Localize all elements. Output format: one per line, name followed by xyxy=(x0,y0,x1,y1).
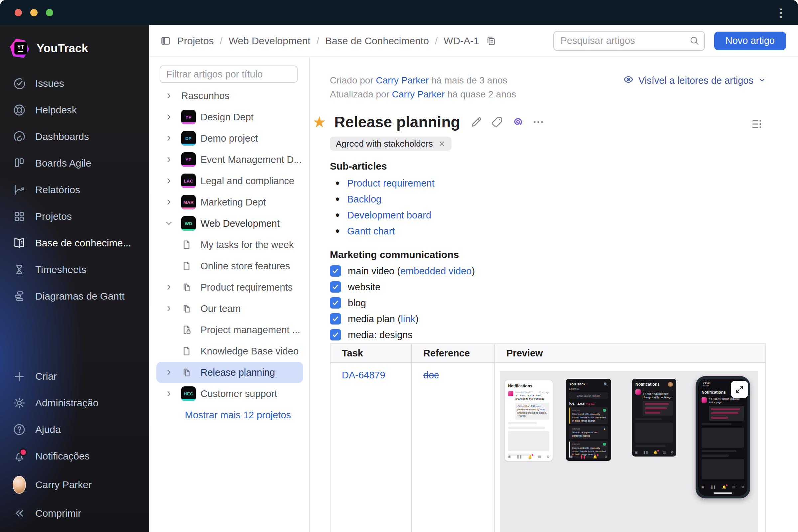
author-link[interactable]: Carry Parker xyxy=(392,89,445,99)
search-icon[interactable] xyxy=(689,35,700,47)
brand: YT YouTrack xyxy=(0,25,149,59)
checkbox-checked[interactable] xyxy=(330,281,341,292)
chevron-down-icon[interactable] xyxy=(165,219,181,228)
tree-item-project-management[interactable]: Project management ... xyxy=(156,319,303,341)
favorite-star-icon[interactable]: ★ xyxy=(312,114,326,130)
tree-item-marketing-dept[interactable]: MAR Marketing Dept xyxy=(156,191,303,213)
column-header-preview: Preview xyxy=(495,344,765,362)
more-actions-icon[interactable] xyxy=(532,116,545,128)
chevron-right-icon[interactable] xyxy=(165,283,181,291)
expand-preview-button[interactable] xyxy=(731,381,748,398)
tree-item-demo-project[interactable]: DP Demo project xyxy=(156,128,303,149)
chevron-right-icon[interactable] xyxy=(165,390,181,398)
subarticle-link[interactable]: Product requirement xyxy=(347,178,435,189)
tree-item-event-management[interactable]: YP Event Management D... xyxy=(156,149,303,170)
table-of-contents-icon[interactable] xyxy=(751,118,763,132)
sidebar-item-reports[interactable]: Relatórios xyxy=(0,176,149,203)
tree-item-online-store[interactable]: Online store features xyxy=(156,255,303,277)
breadcrumb-knowledge-base[interactable]: Base de Conhecimento xyxy=(325,35,429,46)
chevron-right-icon[interactable] xyxy=(165,134,181,142)
user-menu[interactable]: Carry Parker xyxy=(0,470,149,500)
new-article-button[interactable]: Novo artigo xyxy=(714,32,786,50)
sidebar-footer: Criar Administração Ajuda Notificações xyxy=(0,363,149,532)
tree-item-customer-support[interactable]: HEC Customer support xyxy=(156,383,303,404)
project-avatar: YP xyxy=(181,110,201,125)
sidebar-item-timesheets[interactable]: Timesheets xyxy=(0,256,149,283)
checkbox-checked[interactable] xyxy=(330,313,341,324)
sidebar-item-help[interactable]: Ajuda xyxy=(0,416,149,443)
edit-pencil-icon[interactable] xyxy=(470,116,483,128)
window-titlebar: ⋮ xyxy=(0,0,798,25)
subarticle-link[interactable]: Development board xyxy=(347,210,431,221)
reference-link[interactable]: doc xyxy=(423,370,439,380)
tree-item-kb-video[interactable]: Knowledge Base video xyxy=(156,341,303,362)
gauge-icon xyxy=(13,130,26,143)
copy-id-icon[interactable] xyxy=(485,35,496,46)
preview-attachment-image[interactable]: Notifications Hana Krippendorf10 min ago… xyxy=(500,371,758,532)
tree-item-release-planning[interactable]: Release planning xyxy=(156,362,303,383)
sidebar-item-gantt[interactable]: Diagramas de Gantt xyxy=(0,283,149,309)
checkbox-checked[interactable] xyxy=(330,329,341,341)
sidebar-item-dashboards[interactable]: Dashboards xyxy=(0,124,149,150)
article-view: Criado por Carry Parker há mais de 3 ano… xyxy=(310,57,798,532)
subarticle-link[interactable]: Gantt chart xyxy=(347,226,395,237)
project-avatar: HEC xyxy=(181,386,201,401)
ai-assistant-icon[interactable] xyxy=(511,116,524,128)
chevron-right-icon[interactable] xyxy=(165,198,181,207)
tree-item-product-requirements[interactable]: Product requirements xyxy=(156,277,303,298)
subarticle-link[interactable]: Backlog xyxy=(347,194,381,205)
minimize-button[interactable] xyxy=(30,9,38,16)
lifebuoy-icon xyxy=(13,103,26,117)
sidebar-item-notifications[interactable]: Notificações xyxy=(0,443,149,470)
remove-tag-icon[interactable] xyxy=(438,140,445,147)
checklist-item: blog xyxy=(330,295,798,311)
visibility-selector[interactable]: Visível a leitores de artigos xyxy=(623,74,766,87)
chevron-right-icon[interactable] xyxy=(165,113,181,121)
breadcrumb-article-id[interactable]: WD-A-1 xyxy=(443,35,479,46)
phone-nav-bar: ▣❚❚🔔▤⚙ xyxy=(505,452,553,461)
breadcrumb-project[interactable]: Web Development xyxy=(228,35,310,46)
tag-chip[interactable]: Agreed with stakeholders xyxy=(330,137,452,151)
notification-badge xyxy=(19,448,27,456)
window-menu-icon[interactable]: ⋮ xyxy=(775,7,787,18)
tree-item-web-development[interactable]: WD Web Development xyxy=(156,213,303,234)
create-button[interactable]: Criar xyxy=(0,363,149,390)
chevron-right-icon[interactable] xyxy=(165,176,181,185)
sidebar-item-projects[interactable]: Projetos xyxy=(0,203,149,230)
tag-icon[interactable] xyxy=(491,116,504,128)
sidebar-item-boards-agile[interactable]: Boards Agile xyxy=(0,150,149,176)
task-link[interactable]: DA-64879 xyxy=(342,370,385,380)
tree-filter-input[interactable] xyxy=(159,65,298,83)
chevron-right-icon[interactable] xyxy=(165,304,181,313)
breadcrumb-projects[interactable]: Projetos xyxy=(177,35,214,46)
author-link[interactable]: Carry Parker xyxy=(376,75,429,86)
collapse-sidebar-button[interactable]: Comprimir xyxy=(0,500,149,527)
close-button[interactable] xyxy=(15,9,22,16)
tasks-table: Task Reference Preview DA-64879 doc xyxy=(330,343,766,532)
search-input[interactable] xyxy=(554,35,704,46)
breadcrumb: Projetos / Web Development / Base de Con… xyxy=(160,35,496,46)
embedded-video-link[interactable]: embedded video xyxy=(400,266,472,276)
chevron-right-icon[interactable] xyxy=(165,155,181,164)
project-avatar: YP xyxy=(181,152,201,167)
sidebar-item-administration[interactable]: Administração xyxy=(0,390,149,416)
chevron-right-icon[interactable] xyxy=(165,92,181,100)
show-more-projects-link[interactable]: Mostrar mais 12 projetos xyxy=(185,410,309,421)
tree-item-design-dept[interactable]: YP Design Dept xyxy=(156,107,303,128)
checkbox-checked[interactable] xyxy=(330,265,341,277)
chevron-right-icon[interactable] xyxy=(165,368,181,377)
tree-item-my-tasks[interactable]: My tasks for the week xyxy=(156,234,303,255)
checkbox-checked[interactable] xyxy=(330,297,341,308)
panel-toggle-icon[interactable] xyxy=(160,35,171,46)
media-plan-link[interactable]: link xyxy=(401,314,416,324)
tree-item-our-team[interactable]: Our team xyxy=(156,298,303,319)
sidebar-item-issues[interactable]: Issues xyxy=(0,70,149,97)
article-tree-panel: Rascunhos YP Design Dept DP Demo project xyxy=(149,57,310,532)
tree-item-legal-compliance[interactable]: LAC Legal and compliance xyxy=(156,170,303,191)
sidebar-item-knowledge-base[interactable]: Base de conhecime... xyxy=(0,230,149,256)
tree-item-drafts[interactable]: Rascunhos xyxy=(156,85,303,107)
bell-icon xyxy=(13,450,26,463)
sidebar-item-helpdesk[interactable]: Helpdesk xyxy=(0,97,149,124)
zoom-button[interactable] xyxy=(46,9,53,16)
articles-stack-icon xyxy=(181,303,201,314)
